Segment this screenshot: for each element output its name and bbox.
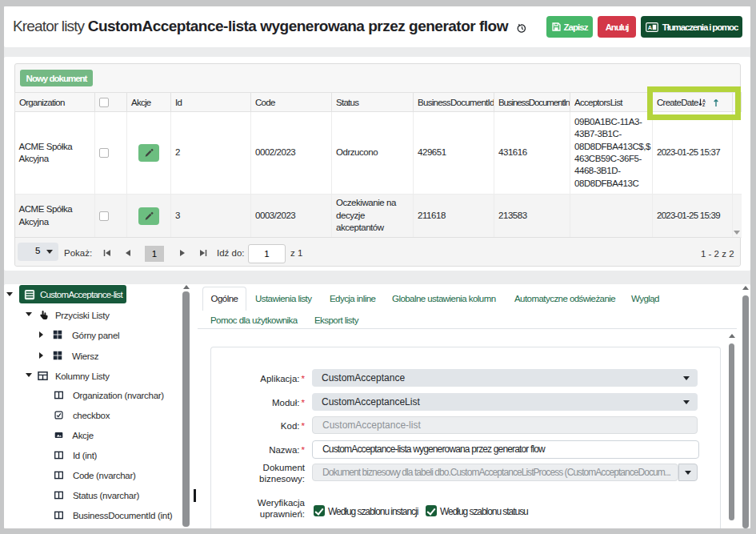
svg-text:A: A — [648, 24, 652, 30]
